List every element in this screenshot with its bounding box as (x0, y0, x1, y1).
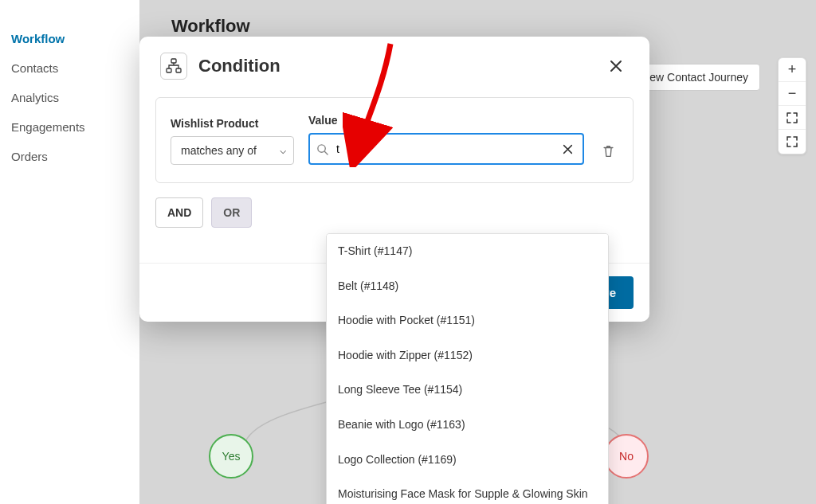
dropdown-item[interactable]: Belt (#1148) (327, 269, 608, 304)
condition-icon (160, 53, 187, 80)
sidebar: Workflow Contacts Analytics Engagements … (0, 0, 139, 504)
sidebar-item-contacts[interactable]: Contacts (0, 53, 139, 83)
dropdown-item[interactable]: Hoodie with Zipper (#1152) (327, 338, 608, 373)
and-button[interactable]: AND (155, 197, 203, 228)
dropdown-item[interactable]: Long Sleeve Tee (#1154) (327, 373, 608, 408)
sidebar-item-analytics[interactable]: Analytics (0, 83, 139, 112)
field-label: Wishlist Product (171, 117, 294, 130)
value-search-wrap (308, 133, 584, 165)
svg-rect-1 (167, 68, 171, 72)
dropdown-item[interactable]: Moisturising Face Mask for Supple & Glow… (327, 477, 608, 504)
modal-title: Condition (198, 56, 603, 76)
svg-rect-2 (176, 68, 181, 72)
condition-modal: Condition Wishlist Product matches any o… (139, 37, 649, 322)
zoom-out-button[interactable]: − (779, 82, 806, 106)
zoom-in-button[interactable]: + (779, 58, 806, 82)
close-icon[interactable] (603, 57, 629, 76)
search-icon (316, 143, 328, 155)
condition-row: Wishlist Product matches any of Value (155, 97, 634, 183)
dropdown-item[interactable]: Hoodie with Pocket (#1151) (327, 303, 608, 338)
zoom-fit-button[interactable] (779, 106, 806, 130)
dropdown-item[interactable]: Logo Collection (#1169) (327, 443, 608, 478)
or-button[interactable]: OR (211, 197, 252, 228)
value-search-input[interactable] (333, 136, 559, 162)
dropdown-item[interactable]: T-Shirt (#1147) (327, 234, 608, 269)
branch-node-no[interactable]: No (604, 434, 649, 479)
sidebar-item-orders[interactable]: Orders (0, 142, 139, 171)
value-dropdown: T-Shirt (#1147) Belt (#1148) Hoodie with… (326, 233, 609, 504)
value-label: Value (308, 114, 584, 127)
zoom-full-button[interactable] (779, 130, 806, 154)
operator-select[interactable]: matches any of (171, 136, 294, 165)
dropdown-item[interactable]: Beanie with Logo (#1163) (327, 408, 608, 443)
branch-node-yes[interactable]: Yes (209, 434, 253, 479)
sidebar-item-workflow[interactable]: Workflow (0, 24, 139, 53)
page-title: Workflow (171, 16, 784, 37)
delete-icon[interactable] (598, 138, 618, 165)
svg-rect-0 (171, 59, 176, 63)
zoom-controls: + − (778, 57, 806, 154)
clear-icon[interactable] (559, 143, 576, 156)
sidebar-item-engagements[interactable]: Engagements (0, 112, 139, 142)
